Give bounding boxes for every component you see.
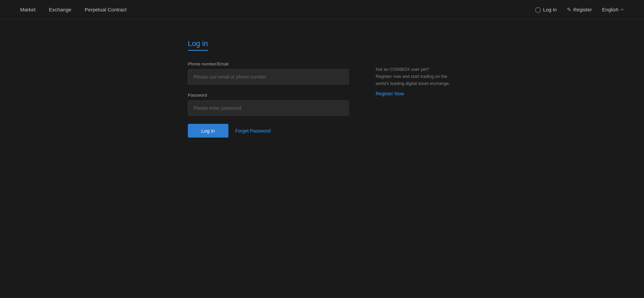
promo-description: Register now and start trading on the wo… [376,74,450,86]
login-button[interactable]: Log in [188,124,228,138]
language-selector[interactable]: English ⇦ [602,7,624,12]
navbar: Market Exchange Perpetual Contract ◯ Log… [0,0,644,19]
navbar-left: Market Exchange Perpetual Contract [20,7,127,12]
language-arrow-icon: ⇦ [621,7,624,12]
edit-icon: ✎ [567,6,571,13]
login-container: Log in Phone number/Email Password Log i… [188,39,456,138]
navbar-right: ◯ Log in ✎ Register English ⇦ [535,6,624,13]
password-input[interactable] [188,100,349,116]
form-actions: Log in Forget Password [188,124,349,138]
register-nav-link[interactable]: ✎ Register [567,6,592,13]
register-now-link[interactable]: Register Now [376,91,456,96]
nav-perpetual-contract[interactable]: Perpetual Contract [85,7,127,12]
language-label: English [602,7,619,12]
login-nav-link[interactable]: ◯ Log in [535,6,557,13]
login-nav-label: Log in [543,7,557,12]
password-group: Password [188,93,349,116]
user-icon: ◯ [535,6,541,13]
phone-email-group: Phone number/Email [188,61,349,85]
nav-exchange[interactable]: Exchange [49,7,71,12]
login-form-section: Log in Phone number/Email Password Log i… [188,39,349,138]
login-title: Log in [188,39,208,51]
promo-not-user-text: Not an COINBOX user yet? Register now an… [376,66,456,87]
forget-password-link[interactable]: Forget Password [235,128,271,134]
phone-email-label: Phone number/Email [188,61,349,66]
nav-market[interactable]: Market [20,7,36,12]
main-content: Log in Phone number/Email Password Log i… [0,19,644,138]
password-label: Password [188,93,349,98]
register-nav-label: Register [573,7,592,12]
promo-not-user-label: Not an COINBOX user yet? [376,67,429,72]
phone-email-input[interactable] [188,69,349,85]
register-promo: Not an COINBOX user yet? Register now an… [376,39,456,138]
